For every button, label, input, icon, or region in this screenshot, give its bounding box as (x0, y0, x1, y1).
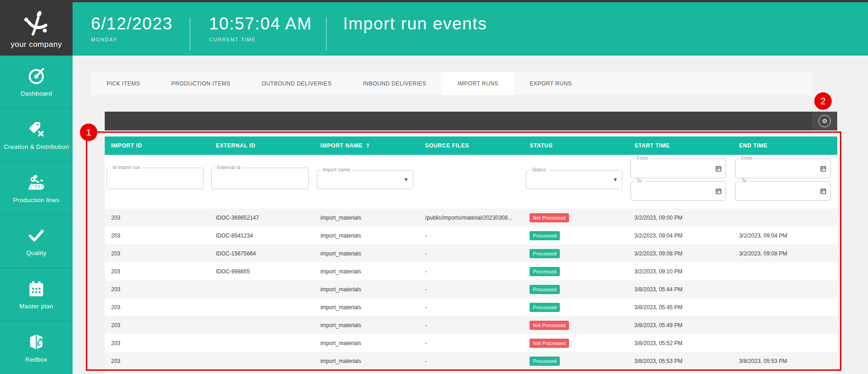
status-badge: Not Processed (530, 321, 569, 330)
cell-end-time: 3/2/2023, 09:04 PM (733, 232, 837, 239)
filter-status[interactable]: Status ▼ (526, 170, 622, 189)
calendar-icon[interactable] (715, 165, 722, 172)
filter-end-to-input[interactable] (736, 181, 830, 200)
status-badge: Processed (530, 231, 559, 240)
table-row[interactable]: 203import_materials-Processed3/8/2023, 0… (105, 298, 837, 316)
sidebar-item-label: Redbox (25, 356, 47, 363)
filter-import-id-label: Id import run (111, 165, 142, 170)
table-settings-button[interactable]: ⚙ (812, 112, 837, 130)
cell-import-name: import_materials (314, 268, 419, 275)
sidebar-item-creation-distribution[interactable]: Creation & Distribution (0, 108, 73, 162)
filter-to-label: To (635, 178, 643, 183)
column-header-end-time[interactable]: END TIME (733, 142, 837, 149)
table-row[interactable]: 203IDOC-15675664import_materials-Process… (105, 244, 837, 262)
filter-row: Id import run External id Import name ▼ … (105, 155, 837, 209)
cell-source-files: - (419, 304, 524, 311)
table-header-row: IMPORT ID EXTERNAL ID IMPORT NAME↑ SOURC… (105, 136, 837, 155)
column-header-status[interactable]: STATUS (523, 142, 628, 149)
cell-status: Not Processed (523, 339, 628, 348)
tab-pick-items[interactable]: PICK ITEMS (91, 72, 156, 95)
column-header-import-id[interactable]: IMPORT ID (105, 142, 209, 149)
filter-import-name[interactable]: Import name ▼ (317, 170, 413, 189)
sort-ascending-icon: ↑ (366, 142, 371, 149)
cell-start-time: 3/2/2023, 09:04 PM (628, 232, 733, 239)
company-logo[interactable]: your company (0, 0, 73, 56)
table-toolbar: ⚙ (105, 112, 837, 130)
column-header-start-time[interactable]: START TIME (628, 142, 733, 149)
table-row[interactable]: 203IDOC-8541234import_materials-Processe… (105, 227, 837, 244)
sidebar-item-label: Production lines (13, 197, 60, 204)
calendar-icon[interactable] (820, 165, 827, 172)
table-row[interactable]: 203import_materials-Processed3/8/2023, 0… (105, 280, 837, 298)
sidebar-item-quality[interactable]: Quality (0, 215, 73, 268)
tab-production-items[interactable]: PRODUCTION ITEMS (156, 72, 246, 95)
calendar-icon[interactable] (715, 187, 722, 194)
cell-import-name: import_materials (314, 250, 419, 257)
table-row[interactable]: 203import_materials-Processed3/8/2023, 0… (105, 352, 837, 370)
column-header-external-id[interactable]: EXTERNAL ID (209, 142, 314, 149)
filter-import-name-input[interactable] (317, 170, 413, 189)
header-divider (190, 17, 190, 51)
cell-import-name: import_materials (314, 358, 419, 364)
filter-import-name-label: Import name (321, 167, 352, 172)
app-header: 6/12/2023 MONDAY 10:57:04 AM CURRENT TIM… (0, 2, 868, 56)
current-date: 6/12/2023 (91, 15, 173, 34)
status-badge: Processed (530, 303, 559, 312)
box-link-icon (27, 333, 45, 351)
table-row[interactable]: 203IDOC-369852147import_materials/public… (105, 209, 837, 227)
cell-import-name: import_materials (314, 286, 419, 293)
cell-import-id: 203 (105, 322, 209, 329)
tab-outbound-deliveries[interactable]: OUTBOUND DELIVERIES (246, 72, 347, 95)
filter-start-to-input[interactable] (631, 181, 726, 200)
cell-status: Processed (523, 231, 628, 240)
filter-status-input[interactable] (526, 170, 622, 189)
cell-import-id: 203 (105, 232, 209, 239)
tab-export-runs[interactable]: EXPORT RUNS (514, 72, 587, 95)
column-header-source-files[interactable]: SOURCE FILES (419, 142, 524, 149)
status-badge: Processed (530, 357, 559, 366)
filter-import-id-input[interactable] (107, 168, 203, 189)
cell-import-id: 203 (105, 215, 209, 221)
cell-end-time: 3/8/2023, 05:53 PM (733, 358, 837, 364)
cell-start-time: 3/8/2023, 05:44 PM (628, 286, 733, 293)
cell-import-id: 203 (105, 268, 209, 275)
filter-import-id: Id import run (107, 168, 204, 189)
page-title: Import run events (343, 15, 487, 34)
status-badge: Processed (530, 285, 559, 294)
cell-start-time: 3/8/2023, 05:52 PM (628, 340, 733, 346)
cell-source-files: - (419, 232, 524, 239)
tab-import-runs[interactable]: IMPORT RUNS (442, 72, 514, 95)
cell-source-files: - (419, 268, 524, 275)
sidebar-item-master-plan[interactable]: Master plan (0, 268, 73, 321)
status-badge: Not Processed (530, 213, 569, 222)
cell-status: Processed (523, 267, 628, 276)
cell-end-time: 3/2/2023, 09:08 PM (733, 250, 837, 257)
header-divider (326, 17, 327, 51)
filter-external-id-input[interactable] (212, 168, 308, 189)
sidebar-item-production-lines[interactable]: Production lines (0, 161, 73, 215)
cell-start-time: 3/8/2023, 05:53 PM (628, 358, 733, 364)
filter-end-from-input[interactable] (736, 159, 830, 178)
table-row[interactable]: 203import_materials-Not Processed3/8/202… (105, 334, 837, 352)
cell-import-id: 203 (105, 250, 209, 257)
status-badge: Processed (530, 249, 559, 258)
gear-icon: ⚙ (822, 118, 828, 124)
cell-source-files: /public/imports/material/20230308... (419, 215, 524, 221)
cell-import-id: 203 (105, 304, 209, 311)
cell-status: Not Processed (523, 321, 628, 330)
column-header-import-name[interactable]: IMPORT NAME↑ (314, 142, 419, 149)
cell-import-id: 203 (105, 358, 209, 364)
cell-start-time: 3/8/2023, 05:45 PM (628, 304, 733, 311)
import-runs-table: IMPORT ID EXTERNAL ID IMPORT NAME↑ SOURC… (105, 130, 837, 374)
tab-inbound-deliveries[interactable]: INBOUND DELIVERIES (347, 72, 442, 95)
dashboard-gauge-icon (27, 67, 45, 85)
filter-start-from-input[interactable] (631, 159, 726, 178)
filter-external-id-label: External id (215, 165, 242, 170)
calendar-icon[interactable] (820, 187, 827, 194)
table-row[interactable]: 203import_materials-Not Processed3/8/202… (105, 316, 837, 334)
filter-end-time-to: To (735, 181, 831, 201)
sidebar-item-redbox[interactable]: Redbox (0, 321, 73, 374)
cell-source-files: - (419, 322, 524, 329)
sidebar-item-dashboard[interactable]: Dashboard (0, 56, 73, 108)
table-row[interactable]: 203IDOC-998855import_materials-Processed… (105, 262, 837, 280)
